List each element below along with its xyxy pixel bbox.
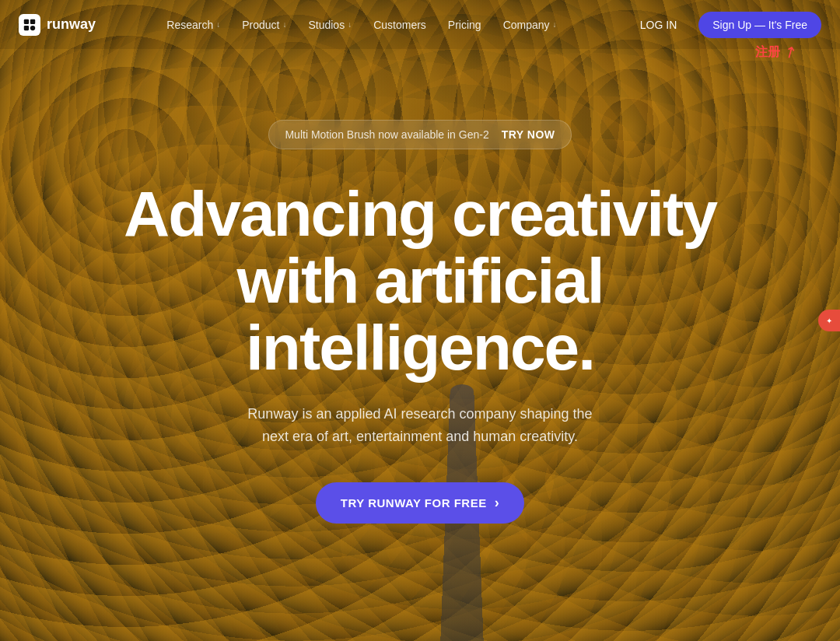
banner-text: Multi Motion Brush now available in Gen-…: [285, 128, 488, 141]
chevron-down-icon: ↓: [216, 20, 220, 29]
annotation-overlay: 注册 ↗: [755, 43, 796, 61]
headline-line1: Advancing creativity: [124, 178, 716, 249]
login-button[interactable]: LOG IN: [628, 12, 689, 37]
chevron-down-icon: ↓: [282, 20, 286, 29]
svg-rect-2: [24, 25, 29, 30]
nav-links: Research ↓ Product ↓ Studios ↓ Customers…: [157, 14, 565, 36]
banner-cta[interactable]: TRY NOW: [502, 128, 555, 141]
chevron-down-icon: ↓: [553, 20, 557, 29]
arrow-icon: ›: [495, 495, 500, 511]
nav-company[interactable]: Company ↓: [494, 14, 566, 36]
nav-research[interactable]: Research ↓: [157, 14, 229, 36]
main-headline: Advancing creativity with artificial int…: [62, 180, 778, 381]
cta-label: TRY RUNWAY FOR FREE: [341, 496, 487, 510]
nav-actions: LOG IN Sign Up — It's Free: [628, 12, 821, 38]
nav-pricing[interactable]: Pricing: [439, 14, 491, 36]
feedback-icon: ✦: [826, 317, 832, 325]
signup-button[interactable]: Sign Up — It's Free: [698, 12, 821, 38]
announcement-banner[interactable]: Multi Motion Brush now available in Gen-…: [268, 120, 571, 149]
brand-name: runway: [47, 16, 96, 33]
svg-rect-0: [24, 19, 29, 23]
hero-section: Multi Motion Brush now available in Gen-…: [0, 26, 840, 618]
svg-rect-1: [30, 19, 35, 23]
svg-point-3: [30, 25, 35, 30]
nav-customers[interactable]: Customers: [364, 14, 436, 36]
logo[interactable]: runway: [19, 14, 96, 36]
annotation-text: 注册: [755, 44, 780, 61]
side-feedback-button[interactable]: ✦: [818, 310, 840, 331]
navbar: runway Research ↓ Product ↓ Studios ↓ Cu…: [0, 0, 840, 49]
subheadline: Runway is an applied AI research company…: [233, 403, 607, 448]
headline-line2: with artificial intelligence.: [236, 245, 603, 383]
cta-button[interactable]: TRY RUNWAY FOR FREE ›: [316, 482, 524, 524]
nav-studios[interactable]: Studios ↓: [299, 14, 361, 36]
chevron-down-icon: ↓: [348, 20, 352, 29]
logo-icon: [19, 14, 40, 36]
nav-product[interactable]: Product ↓: [233, 14, 296, 36]
